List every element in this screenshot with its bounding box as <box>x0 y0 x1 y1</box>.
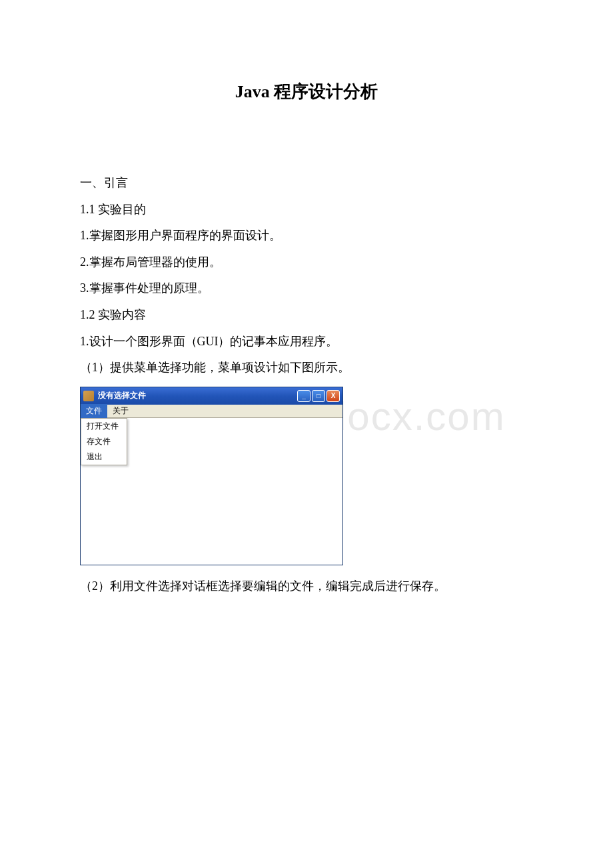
app-window: 没有选择文件 _ □ X 文件 关于 打开文件 存文件 退出 <box>80 387 343 565</box>
menu-about[interactable]: 关于 <box>107 404 134 418</box>
minimize-button[interactable]: _ <box>297 390 310 402</box>
maximize-button[interactable]: □ <box>312 390 325 402</box>
app-icon <box>83 391 94 401</box>
content-line: （2）利用文件选择对话框选择要编辑的文件，编辑完成后进行保存。 <box>80 573 533 600</box>
menu-open-file[interactable]: 打开文件 <box>81 419 127 434</box>
menu-file[interactable]: 文件 <box>81 404 107 418</box>
titlebar[interactable]: 没有选择文件 _ □ X <box>81 387 342 405</box>
dropdown-menu: 打开文件 存文件 退出 <box>81 418 127 465</box>
content-line: （1）提供菜单选择功能，菜单项设计如下图所示。 <box>80 355 533 381</box>
menu-exit[interactable]: 退出 <box>81 449 127 465</box>
content-line: 3.掌握事件处理的原理。 <box>80 275 533 302</box>
content-line: 1.掌握图形用户界面程序的界面设计。 <box>80 223 533 249</box>
content-line: 1.2 实验内容 <box>80 302 533 329</box>
menu-save-file[interactable]: 存文件 <box>81 434 127 449</box>
close-button[interactable]: X <box>326 390 340 402</box>
page-title: Java 程序设计分析 <box>80 80 533 103</box>
content-line: 2.掌握布局管理器的使用。 <box>80 249 533 276</box>
window-controls: _ □ X <box>297 390 340 402</box>
content-line: 1.1 实验目的 <box>80 197 533 223</box>
menubar: 文件 关于 <box>81 405 342 418</box>
content-line: 一、引言 <box>80 170 533 197</box>
window-title: 没有选择文件 <box>98 390 297 401</box>
content-line: 1.设计一个图形界面（GUI）的记事本应用程序。 <box>80 329 533 355</box>
